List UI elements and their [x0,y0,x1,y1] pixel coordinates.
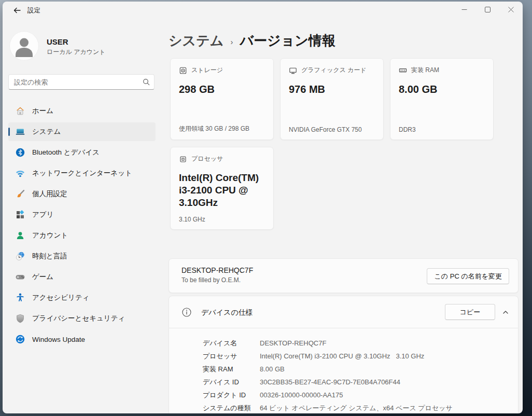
spec-label: 実装 RAM [203,365,260,374]
storage-footer: 使用領域 30 GB / 298 GB [179,124,249,133]
search-input[interactable] [9,78,138,86]
processor-card: プロセッサ Intel(R) Core(TM) i3-2100 CPU @ 3.… [170,147,274,230]
ram-footer: DDR3 [399,126,416,133]
breadcrumb-parent[interactable]: システム [169,32,223,50]
storage-icon [179,66,187,75]
device-name-card: DESKTOP-REHQC7F To be filled by O.E.M. こ… [169,258,519,293]
close-button[interactable] [499,2,523,17]
sidebar: USER ローカル アカウント ホーム システム [3,19,158,413]
spec-value: 30C2BB35-BE27-4EAC-9C7D-7E0B4A706F44 [260,378,506,386]
sidebar-item-label: ゲーム [32,272,53,282]
sidebar-item-label: アクセシビリティ [32,293,90,302]
device-name: DESKTOP-REHQC7F [181,266,253,274]
device-specs-header[interactable]: デバイスの仕様 コピー [169,296,518,328]
sidebar-item-label: プライバシーとセキュリティ [32,314,125,323]
spec-row-product-id: プロダクト ID 00326-10000-00000-AA175 [203,389,506,401]
wifi-icon [15,168,25,178]
time-language-icon [15,251,25,261]
main-content: システム › バージョン情報 ストレージ 298 GB 使用領域 30 GB /… [158,19,523,413]
sidebar-item-personalization[interactable]: 個人用設定 [8,185,156,203]
sidebar-item-label: ホーム [32,106,53,116]
maximize-button[interactable] [476,2,499,17]
app-title: 設定 [27,6,40,15]
sidebar-item-home[interactable]: ホーム [8,102,156,120]
ram-card: 実装 RAM 8.00 GB DDR3 [390,58,494,140]
sidebar-item-label: Bluetooth とデバイス [32,148,100,157]
sidebar-item-windows-update[interactable]: Windows Update [8,330,156,349]
summary-cards-row: ストレージ 298 GB 使用領域 30 GB / 298 GB グラフィックス… [170,58,494,140]
storage-value: 298 GB [179,83,265,96]
avatar[interactable] [9,31,39,61]
spec-label: プロセッサ [203,352,260,361]
card-label: ストレージ [191,66,223,75]
minimize-button[interactable] [453,2,476,17]
card-label: グラフィックス カード [301,66,367,75]
accessibility-person-icon [15,293,25,303]
monitor-icon [289,66,297,75]
graphics-footer: NVIDIA GeForce GTX 750 [289,126,362,133]
spec-label: プロダクト ID [203,391,260,400]
spec-row-system-type: システムの種類 64 ビット オペレーティング システム、x64 ベース プロセ… [203,401,506,413]
spec-value: 00326-10000-00000-AA175 [260,391,506,399]
card-label: プロセッサ [191,155,223,163]
ram-value: 8.00 GB [399,83,485,96]
account-person-icon [15,230,25,241]
window-controls [453,2,523,17]
card-label: 実装 RAM [411,66,439,75]
ram-icon [399,66,407,75]
sidebar-item-accounts[interactable]: アカウント [8,226,156,245]
sidebar-item-system[interactable]: システム [8,122,156,141]
home-icon [15,106,25,116]
graphics-card: グラフィックス カード 976 MB NVIDIA GeForce GTX 75… [280,58,384,140]
user-name: USER [47,37,68,46]
sidebar-item-label: システム [32,127,61,136]
sidebar-item-time-language[interactable]: 時刻と言語 [8,247,156,266]
cpu-icon [179,155,187,163]
back-arrow-icon [13,6,21,15]
device-specs-title: デバイスの仕様 [201,308,253,317]
spec-value: DESKTOP-REHQC7F [260,339,506,347]
graphics-value: 976 MB [289,83,375,96]
spec-row-device-id: デバイス ID 30C2BB35-BE27-4EAC-9C7D-7E0B4A70… [203,376,506,389]
apps-icon [15,210,25,220]
shield-icon [15,313,25,324]
rename-pc-button[interactable]: この PC の名前を変更 [427,268,509,284]
game-controller-icon [15,272,25,282]
sidebar-item-label: 時刻と言語 [32,252,67,261]
back-button[interactable] [9,4,25,17]
user-account-type: ローカル アカウント [47,48,106,57]
storage-card: ストレージ 298 GB 使用領域 30 GB / 298 GB [170,58,274,140]
spec-label: デバイス ID [203,378,260,387]
spec-label: デバイス名 [203,339,260,348]
breadcrumb: システム › バージョン情報 [169,32,335,50]
copy-button[interactable]: コピー [445,304,495,320]
search-box [8,74,155,90]
sidebar-item-label: アプリ [32,210,53,219]
bluetooth-icon [15,147,25,158]
info-icon [181,307,192,317]
brush-icon [15,189,25,199]
sidebar-item-accessibility[interactable]: アクセシビリティ [8,288,156,307]
spec-value: 8.00 GB [260,365,506,373]
device-specs-card: デバイスの仕様 コピー デバイス名 DESKTOP-REHQC7F プロセッサ … [169,296,519,413]
device-specs-rows: デバイス名 DESKTOP-REHQC7F プロセッサ Intel(R) Cor… [169,328,518,413]
sidebar-item-label: Windows Update [32,336,85,343]
windows-update-icon [15,334,25,344]
sidebar-item-privacy-security[interactable]: プライバシーとセキュリティ [8,309,156,328]
spec-label: システムの種類 [203,404,260,413]
sidebar-item-label: ネットワークとインターネット [32,169,132,178]
sidebar-item-label: 個人用設定 [32,189,67,199]
settings-window: 設定 USER ローカル アカウント [3,2,523,413]
sidebar-item-network-internet[interactable]: ネットワークとインターネット [8,164,156,183]
spec-value: 64 ビット オペレーティング システム、x64 ベース プロセッサ [260,404,506,413]
sidebar-item-bluetooth-devices[interactable]: Bluetooth とデバイス [8,143,156,162]
spec-row-processor: プロセッサ Intel(R) Core(TM) i3-2100 CPU @ 3.… [203,350,506,363]
device-oem: To be filled by O.E.M. [181,276,241,284]
sidebar-item-apps[interactable]: アプリ [8,205,156,224]
search-icon [138,78,154,86]
system-icon [15,127,25,137]
chevron-up-icon[interactable] [498,306,513,318]
sidebar-item-gaming[interactable]: ゲーム [8,268,156,286]
processor-value: Intel(R) Core(TM) i3-2100 CPU @ 3.10GHz [179,172,265,209]
spec-row-device-name: デバイス名 DESKTOP-REHQC7F [203,337,506,350]
